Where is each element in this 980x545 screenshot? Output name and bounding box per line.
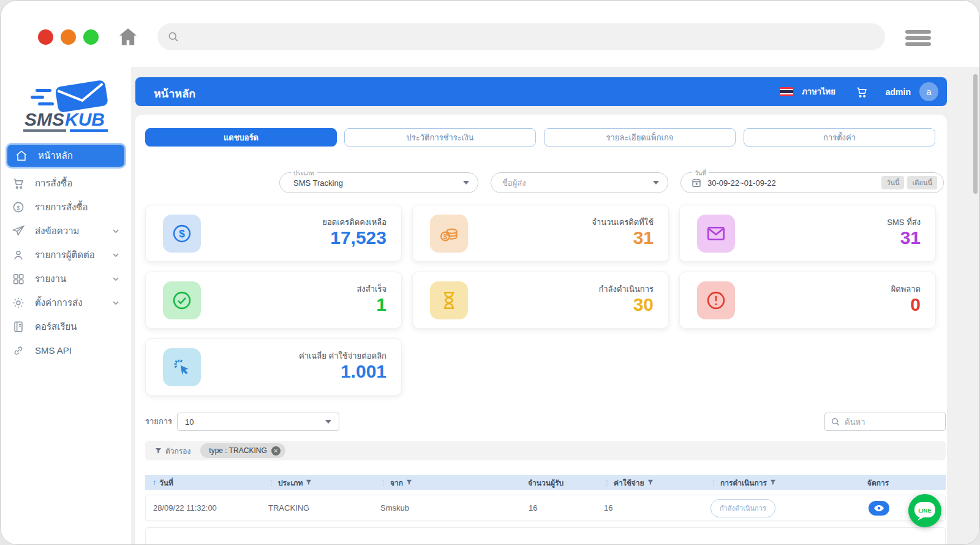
sidebar-item-order-list[interactable]: $ รายการสั่งซื้อ <box>1 195 131 219</box>
menu-icon[interactable] <box>905 30 931 46</box>
filter-label: ตัวกรอง <box>155 445 190 457</box>
hourglass-icon <box>430 281 468 319</box>
cell-cost: 16 <box>597 495 703 520</box>
column-header-actions: จัดการ <box>841 475 946 490</box>
tab-dashboard[interactable]: แดชบอร์ด <box>145 128 337 147</box>
column-header-date[interactable]: วันที่ <box>145 475 260 490</box>
stat-card-credits-used: $ จำนวนเครดิตที่ใช้ 31 <box>412 205 669 262</box>
cart-icon[interactable] <box>855 85 869 99</box>
column-header-type[interactable]: ประเภท <box>260 475 372 490</box>
stat-label: SMS ที่ส่ง <box>887 216 921 229</box>
cell-from: Smskub <box>373 495 521 520</box>
column-handle-icon[interactable] <box>603 478 611 487</box>
line-logo-text: LINE <box>918 507 932 514</box>
funnel-icon[interactable] <box>647 479 654 486</box>
eye-icon <box>873 504 884 513</box>
sidebar-item-orders[interactable]: การสั่งซื้อ <box>1 171 131 195</box>
home-icon <box>15 149 28 162</box>
column-handle-icon[interactable] <box>268 478 275 487</box>
table-row-partial <box>145 527 946 545</box>
line-chat-button[interactable]: LINE <box>908 494 941 527</box>
tab-package-details[interactable]: รายละเอียดแพ็กเกจ <box>544 128 736 147</box>
filter-chip-type-tracking[interactable]: type : TRACKING ✕ <box>200 443 285 458</box>
stat-card-in-progress: กำลังดำเนินการ 30 <box>412 272 669 329</box>
per-page-select[interactable]: 10 <box>177 413 339 431</box>
column-header-from[interactable]: จาก <box>372 475 521 490</box>
date-range-value: 30-09-22~01-09-22 <box>707 178 776 188</box>
cursor-click-icon <box>163 348 201 386</box>
date-field-label: วันที่ <box>692 169 709 178</box>
page-title: หน้าหลัก <box>154 85 195 102</box>
type-select[interactable]: ประเภท SMS Tracking <box>279 172 478 193</box>
sidebar-item-send-settings[interactable]: ตั้งค่าการส่ง <box>1 291 131 314</box>
sidebar-item-label: รายงาน <box>35 272 66 286</box>
link-icon <box>12 344 25 357</box>
per-page-value: 10 <box>185 417 194 427</box>
funnel-icon[interactable] <box>306 479 312 486</box>
home-icon[interactable] <box>117 26 139 48</box>
column-handle-icon[interactable] <box>710 478 717 487</box>
sidebar-item-label: ตั้งค่าการส่ง <box>35 295 83 310</box>
cart-icon <box>12 177 25 190</box>
chevron-down-icon <box>111 275 120 283</box>
table-row: 28/09/22 11:32:00 TRACKING Smskub 16 16 … <box>145 495 946 521</box>
tab-payment-history[interactable]: ประวัติการชำระเงิน <box>344 128 536 147</box>
chevron-down-icon <box>111 299 120 307</box>
username[interactable]: admin <box>886 87 911 97</box>
cell-recipients: 16 <box>521 495 597 520</box>
smskub-logo: SMS KUB <box>12 78 120 137</box>
sidebar: SMS KUB หน้าหลัก การสั่งซื้อ $ รายการส <box>1 67 131 544</box>
maximize-window-button[interactable] <box>83 29 99 45</box>
sort-ascending-icon[interactable] <box>153 478 156 487</box>
sidebar-item-label: SMS API <box>35 345 72 356</box>
send-icon <box>12 224 25 238</box>
language-switcher[interactable]: ภาษาไทย <box>802 85 835 98</box>
chevron-down-icon <box>111 251 120 259</box>
chevron-down-icon <box>653 181 659 185</box>
sidebar-item-courses[interactable]: คอร์สเรียน <box>1 314 131 338</box>
stat-label: ผิดพลาด <box>891 283 921 295</box>
column-header-recipients[interactable]: จำนวนผู้รับ <box>521 475 596 490</box>
sidebar-item-sms-api[interactable]: SMS API <box>1 338 131 362</box>
view-button[interactable] <box>869 501 889 516</box>
stat-card-sent-success: ส่งสำเร็จ 1 <box>145 272 402 329</box>
column-handle-icon[interactable] <box>380 478 387 487</box>
this-month-button[interactable]: เดือนนี้ <box>907 176 937 189</box>
svg-text:$: $ <box>443 233 448 240</box>
sidebar-item-contacts[interactable]: รายการผู้ติดต่อ <box>1 243 131 267</box>
today-button[interactable]: วันนี้ <box>881 176 904 189</box>
column-header-cost[interactable]: ค่าใช้จ่าย <box>596 475 703 490</box>
stat-value: 1 <box>376 294 386 315</box>
table-search[interactable] <box>824 413 946 431</box>
dollar-circle-icon: $ <box>163 215 201 253</box>
column-header-status[interactable]: การดำเนินการ <box>703 475 841 490</box>
sidebar-item-home[interactable]: หน้าหลัก <box>6 143 126 169</box>
date-range-field[interactable]: วันที่ 30-09-22~01-09-22 วันนี้ เดือนนี้ <box>680 172 944 193</box>
logo-text-sms: SMS <box>24 109 64 129</box>
chevron-down-icon <box>325 420 331 424</box>
stat-label: ค่าเฉลี่ย ค่าใช้จ่ายต่อคลิก <box>299 349 386 362</box>
funnel-icon[interactable] <box>770 479 776 486</box>
table-search-input[interactable] <box>845 417 930 427</box>
filter-chip-label: type : TRACKING <box>209 446 266 455</box>
stat-value: 31 <box>900 227 921 248</box>
scrollbar-thumb[interactable] <box>973 74 978 194</box>
type-select-label: ประเภท <box>291 169 317 178</box>
logo-text-kub: KUB <box>65 109 105 129</box>
sidebar-item-label: หน้าหลัก <box>38 148 73 163</box>
stat-card-avg-cost-per-click: ค่าเฉลี่ย ค่าใช้จ่ายต่อคลิก 1.001 <box>145 338 402 395</box>
funnel-icon <box>155 448 162 454</box>
close-icon[interactable]: ✕ <box>271 446 281 455</box>
sidebar-item-send-message[interactable]: ส่งข้อความ <box>1 219 131 243</box>
funnel-icon[interactable] <box>406 479 412 486</box>
active-filters-bar: ตัวกรอง type : TRACKING ✕ <box>145 441 946 460</box>
sidebar-item-reports[interactable]: รายงาน <box>1 267 131 291</box>
sidebar-item-label: รายการผู้ติดต่อ <box>35 248 95 262</box>
minimize-window-button[interactable] <box>61 29 76 45</box>
sender-select[interactable]: ชื่อผู้ส่ง <box>491 172 668 193</box>
tab-settings[interactable]: การตั้งค่า <box>744 128 935 147</box>
avatar[interactable]: a <box>919 82 938 101</box>
sidebar-item-label: ส่งข้อความ <box>35 224 80 238</box>
close-window-button[interactable] <box>38 29 53 45</box>
address-search-bar[interactable] <box>157 23 885 50</box>
